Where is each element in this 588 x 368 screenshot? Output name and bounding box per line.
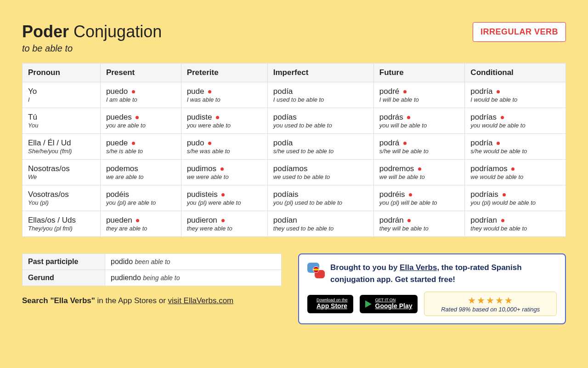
gplay-l2: Google Play: [375, 303, 413, 310]
form-sub: you will be able to: [379, 122, 459, 129]
form: podrán: [379, 216, 459, 225]
form: podré: [379, 87, 459, 96]
conjugation-cell: podrán they will be able to: [373, 211, 465, 237]
form-sub: we will be able to: [379, 173, 459, 180]
conjugation-cell: pueden they are able to: [100, 211, 181, 237]
title-block: Poder Conjugation to be able to: [22, 22, 162, 54]
form: pudimos: [187, 164, 262, 173]
form-sub: you (pl) used to be able to: [273, 199, 368, 206]
app-icon: [307, 262, 325, 279]
form: puede: [106, 138, 175, 148]
form-sub: we would be able to: [470, 173, 560, 180]
form-sub: they were able to: [187, 225, 262, 232]
form-sub: you would be able to: [470, 122, 560, 129]
form: pudieron: [187, 216, 262, 225]
form-sub: you (pl) would be able to: [470, 199, 560, 206]
participle-row: Gerundpudiendo being able to: [23, 270, 282, 286]
pronoun-cell: Ellas/os / UdsThey/you (pl fml): [23, 211, 101, 237]
form: podrá: [379, 138, 459, 148]
participle-label: Gerund: [23, 270, 105, 286]
participle-sub: been able to: [135, 258, 170, 265]
search-prefix: Search "Ella Verbs": [22, 296, 95, 305]
table-row: Ellas/os / UdsThey/you (pl fml)pueden th…: [23, 211, 566, 237]
search-line: Search "Ella Verbs" in the App Stores or…: [22, 296, 282, 305]
conjugation-cell: podías you used to be able to: [267, 108, 373, 134]
form-sub: they used to be able to: [273, 225, 368, 232]
irregular-dot-icon: [132, 142, 135, 145]
form: pudiste: [187, 113, 262, 122]
conjugation-cell: pudimos we were able to: [181, 160, 267, 185]
conjugation-cell: podríais you (pl) would be able to: [465, 185, 566, 211]
form: podía: [273, 138, 368, 148]
column-header: Present: [100, 63, 181, 82]
irregular-dot-icon: [497, 90, 500, 93]
form-sub: we are able to: [106, 173, 175, 180]
form: podías: [273, 113, 368, 122]
conjugation-cell: podrá s/he will be able to: [373, 134, 465, 160]
pronoun-sub: She/he/you (fml): [28, 148, 95, 155]
participle-label: Past participle: [23, 254, 105, 270]
conjugation-cell: podíamos we used to be able to: [267, 160, 373, 185]
conjugation-cell: pudisteis you (pl) were able to: [181, 185, 267, 211]
search-mid: in the App Stores or: [95, 296, 168, 305]
form-sub: you are able to: [106, 122, 175, 129]
verb-name: Poder: [22, 22, 69, 41]
column-header: Pronoun: [23, 63, 101, 82]
conjugation-cell: podréis you (pl) will be able to: [373, 185, 465, 211]
conjugation-cell: pude I was able to: [181, 82, 267, 108]
conjugation-table: PronounPresentPreteriteImperfectFutureCo…: [22, 63, 566, 237]
form: podríamos: [470, 164, 560, 173]
irregular-dot-icon: [136, 116, 139, 119]
participle-form: pudiendo: [111, 274, 141, 282]
conjugation-cell: podíais you (pl) used to be able to: [267, 185, 373, 211]
pronoun-sub: I: [28, 96, 95, 103]
irregular-dot-icon: [501, 219, 504, 222]
pronoun: Ella / Él / Ud: [28, 138, 95, 148]
irregular-dot-icon: [501, 116, 504, 119]
form-sub: you were able to: [187, 122, 262, 129]
form-sub: I will be able to: [379, 96, 459, 103]
pronoun-cell: Ella / Él / UdShe/he/you (fml): [23, 134, 101, 160]
bottom-row: Past participlepodido been able toGerund…: [22, 253, 566, 324]
participle-cell: pudiendo being able to: [105, 270, 282, 286]
conjugation-cell: pudieron they were able to: [181, 211, 267, 237]
googleplay-badge[interactable]: GET IT ON Google Play: [360, 295, 418, 313]
pronoun: Tú: [28, 113, 95, 122]
form-sub: they would be able to: [470, 225, 560, 232]
pronoun-sub: We: [28, 173, 95, 180]
form-sub: you (pl) will be able to: [379, 199, 459, 206]
table-row: YoIpuedo I am able topude I was able top…: [23, 82, 566, 108]
form: podíais: [273, 190, 368, 199]
pronoun: Yo: [28, 87, 95, 96]
participle-table: Past participlepodido been able toGerund…: [22, 253, 282, 286]
form-sub: you used to be able to: [273, 122, 368, 129]
participle-form: podido: [111, 258, 133, 265]
conjugation-cell: podría s/he would be able to: [465, 134, 566, 160]
form: podría: [470, 87, 560, 96]
form-sub: s/he is able to: [106, 148, 175, 155]
form: podíamos: [273, 164, 368, 173]
irregular-dot-icon: [132, 90, 135, 93]
rating-text: Rated 98% based on 10,000+ ratings: [431, 306, 550, 313]
googleplay-icon: [365, 300, 372, 308]
appstore-badge[interactable]: Download on the App Store: [307, 295, 353, 313]
form: podrías: [470, 113, 560, 122]
form: podremos: [379, 164, 459, 173]
form-sub: I used to be able to: [273, 96, 368, 103]
page-title: Poder Conjugation: [22, 22, 162, 41]
form-sub: s/he used to be able to: [273, 148, 368, 155]
table-row: Ella / Él / UdShe/he/you (fml)puede s/he…: [23, 134, 566, 160]
form-sub: s/he will be able to: [379, 148, 459, 155]
form-sub: they will be able to: [379, 225, 459, 232]
irregular-dot-icon: [403, 90, 407, 93]
conjugation-cell: podríamos we would be able to: [465, 160, 566, 185]
visit-link[interactable]: visit EllaVerbs.com: [168, 296, 234, 305]
promo-link[interactable]: Ella Verbs: [400, 263, 437, 272]
pronoun-cell: Nosotras/osWe: [23, 160, 101, 185]
form: puedo: [106, 87, 175, 96]
form: podríais: [470, 190, 560, 199]
conjugation-cell: podremos we will be able to: [373, 160, 465, 185]
conjugation-cell: podéis you (pl) are able to: [100, 185, 181, 211]
form-sub: I was able to: [187, 96, 262, 103]
irregular-dot-icon: [220, 167, 224, 171]
